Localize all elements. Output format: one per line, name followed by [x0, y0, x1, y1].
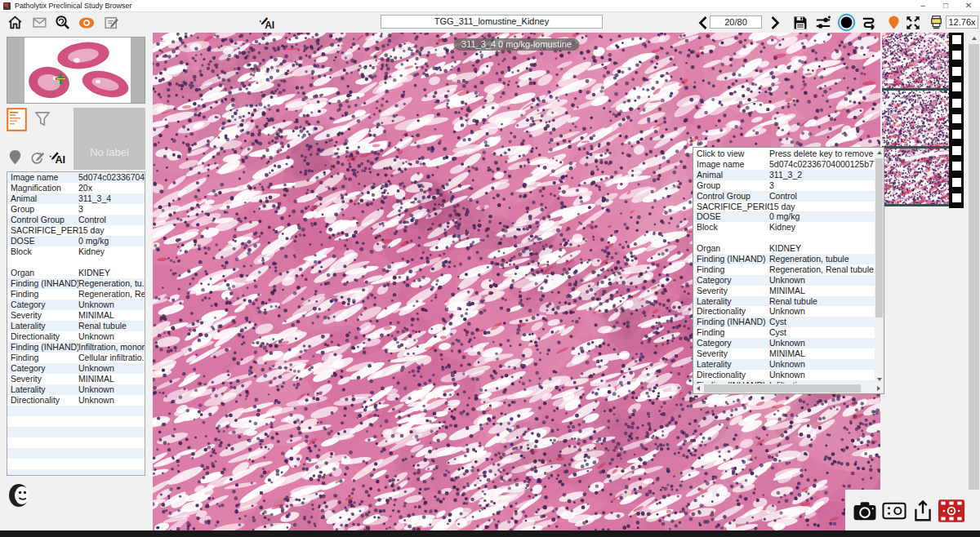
popup-row[interactable]: FindingRegeneration, Renal tubule	[693, 264, 876, 275]
slide-overview-map[interactable]	[7, 37, 145, 104]
ai-annotation-button[interactable]: AI	[258, 13, 278, 32]
row-label: Group	[693, 180, 769, 191]
popup-row[interactable]: Image name5d074c02336704000125b773	[693, 159, 876, 170]
popup-row[interactable]: DOSE0 mg/kg	[693, 211, 876, 222]
export-button[interactable]	[910, 498, 936, 524]
record-button[interactable]	[836, 13, 856, 32]
row-label: Finding	[693, 264, 769, 275]
filmstrip-scrollbar[interactable]	[968, 33, 980, 516]
mail-button[interactable]	[29, 13, 49, 32]
tracking-path-button[interactable]	[859, 13, 879, 32]
row-value: Kidney	[78, 246, 145, 257]
home-button[interactable]	[5, 13, 24, 32]
row-value: Unknown	[769, 359, 876, 370]
popup-row[interactable]: FindingCyst	[693, 327, 876, 338]
save-button[interactable]	[791, 13, 810, 32]
filter-button[interactable]	[33, 109, 52, 129]
next-slide-button[interactable]	[764, 13, 784, 32]
close-button[interactable]: ✕	[957, 0, 980, 11]
row-value: 5d074c02336704000125b773	[769, 159, 876, 170]
location-pin-button[interactable]	[884, 13, 903, 32]
row-value: Unknown	[78, 363, 145, 374]
row-value: MINIMAL	[769, 348, 876, 359]
popup-row[interactable]: SeverityMINIMAL	[693, 348, 876, 359]
popup-row[interactable]: OrganKIDNEY	[693, 243, 876, 254]
popup-header-left: Click to view	[693, 148, 769, 159]
popup-row[interactable]: CategoryUnknown	[693, 338, 876, 348]
window-title: Patholytix Preclinical Study Browser	[15, 2, 132, 10]
scroll-up-button[interactable]	[968, 33, 980, 44]
objective-button[interactable]	[926, 13, 946, 32]
filmstrip-thumbnail-1[interactable]	[882, 33, 949, 88]
row-label: Finding (INHAND)	[7, 278, 78, 289]
film-perforation	[952, 82, 961, 91]
edit-icon	[103, 14, 120, 31]
popup-vertical-scrollbar[interactable]	[875, 148, 884, 384]
row-label: Group	[7, 204, 78, 215]
row-label: Block	[693, 222, 769, 233]
popup-row[interactable]: Control GroupControl	[693, 191, 876, 202]
popup-row[interactable]: SACRIFICE_PERIOD15 day	[693, 202, 876, 212]
popup-row[interactable]: LateralityRenal tubule	[693, 296, 876, 307]
view-mode-button[interactable]	[77, 13, 96, 32]
popup-row[interactable]: CategoryUnknown	[693, 275, 876, 286]
popup-row[interactable]: Group3	[693, 180, 876, 191]
filmstrip-panel	[880, 33, 980, 530]
scroll-right-button[interactable]	[874, 384, 884, 393]
popup-row[interactable]: Finding (INHAND)Regeneration, tubule	[693, 254, 876, 264]
slide-label-button[interactable]	[7, 108, 27, 131]
film-perforation	[952, 51, 961, 60]
popup-row[interactable]: LateralityUnknown	[693, 359, 876, 370]
row-label: Severity	[7, 310, 78, 321]
popup-row[interactable]	[693, 233, 876, 243]
scrollbar-thumb[interactable]	[969, 44, 979, 501]
filmstrip-perforations	[949, 33, 964, 208]
capture-settings-button[interactable]	[881, 498, 907, 524]
sidebar-pin-button[interactable]	[7, 149, 24, 166]
table-row: Control GroupControl	[7, 215, 145, 225]
row-value	[78, 257, 145, 268]
ai-annotate-icon: AI	[49, 149, 68, 167]
popup-row[interactable]: DirectionalityUnknown	[693, 306, 876, 317]
adjust-button[interactable]	[813, 13, 833, 32]
popup-row[interactable]: Animal311_3_2	[693, 170, 876, 180]
table-row: Finding (INHAND)Infiltration, monon...	[7, 342, 145, 353]
scrollbar-thumb[interactable]	[704, 384, 861, 393]
row-label: Organ	[693, 243, 769, 254]
slide-position-field[interactable]: 20/80	[710, 16, 762, 29]
row-value: Unknown	[769, 275, 876, 286]
popup-row[interactable]: DirectionalityUnknown	[693, 370, 876, 380]
slide-name-field[interactable]: TGG_311_lomustine_Kidney	[381, 15, 603, 29]
maximize-button[interactable]: □	[934, 0, 957, 11]
search-button[interactable]	[52, 13, 72, 32]
fullscreen-button[interactable]	[903, 13, 923, 32]
row-label: Laterality	[693, 359, 769, 370]
row-value: Unknown	[78, 331, 145, 342]
scroll-up-button[interactable]	[875, 148, 884, 158]
table-row	[7, 257, 145, 268]
sidebar-ai-button[interactable]: AI	[49, 149, 68, 167]
row-value: Cellular infiltratio...	[78, 353, 145, 363]
popup-row[interactable]: Finding (INHAND)Cyst	[693, 317, 876, 327]
film-marker-button[interactable]	[938, 498, 964, 524]
scroll-left-button[interactable]	[693, 384, 703, 393]
filmstrip-thumbnail-3[interactable]	[882, 149, 949, 204]
scrollbar-thumb[interactable]	[875, 158, 883, 317]
row-value: 311_3_2	[769, 170, 876, 180]
home-icon	[7, 14, 24, 31]
snapshot-button[interactable]	[852, 498, 878, 524]
minimize-button[interactable]: –	[911, 0, 934, 11]
row-value: Renal tubule	[769, 296, 876, 307]
popup-row[interactable]: BlockKidney	[693, 222, 876, 233]
zoom-level-field[interactable]: 12.76x	[946, 16, 978, 29]
edit-notes-button[interactable]	[101, 13, 121, 32]
filter-icon	[33, 109, 52, 129]
filmstrip-thumbnail-2[interactable]	[882, 91, 949, 146]
row-label: Finding (INHAND)	[693, 254, 769, 264]
row-label: Directionality	[7, 395, 78, 406]
row-label: Directionality	[693, 370, 769, 380]
row-label: Category	[7, 300, 78, 310]
popup-horizontal-scrollbar[interactable]	[693, 384, 884, 393]
sidebar-annotate-button[interactable]	[28, 149, 47, 167]
popup-row[interactable]: SeverityMINIMAL	[693, 286, 876, 296]
